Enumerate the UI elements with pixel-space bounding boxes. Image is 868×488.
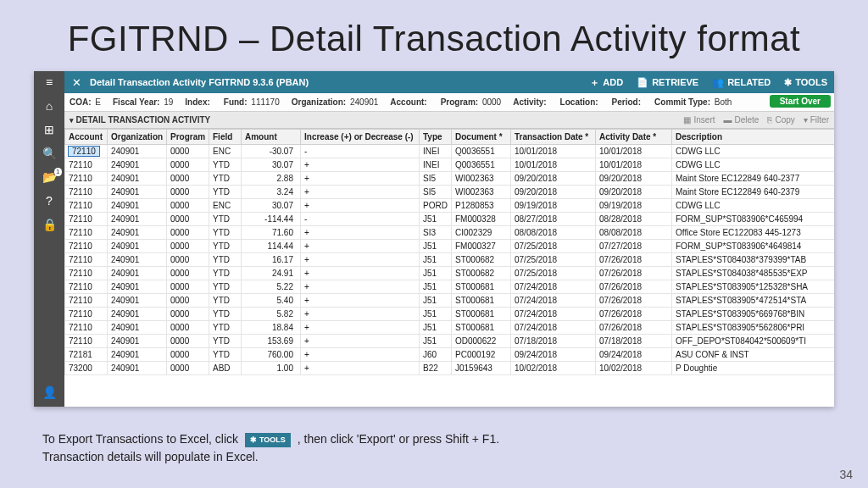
- cell: 3.24: [242, 186, 301, 199]
- cell: 72110: [65, 199, 108, 213]
- insert-button[interactable]: ▦ Insert: [683, 115, 715, 125]
- gear-icon: ✱: [250, 436, 257, 444]
- related-button[interactable]: 👥RELATED: [705, 71, 777, 93]
- table-row[interactable]: 721102409010000ENC-30.07-INEIQ003655110/…: [65, 145, 835, 158]
- delete-button[interactable]: ▬ Delete: [724, 115, 760, 125]
- cell: 5.22: [242, 280, 301, 294]
- table-row[interactable]: 721102409010000YTD24.91+J51ST00068207/25…: [65, 267, 835, 280]
- table-row[interactable]: 721102409010000YTD3.24+SI5WI00236309/20/…: [65, 186, 835, 199]
- cell: YTD: [209, 213, 242, 226]
- cell: 10/01/2018: [511, 145, 596, 158]
- cell: +: [301, 335, 420, 348]
- cell: J51: [420, 294, 452, 308]
- cell: ASU CONF & INST: [672, 348, 835, 362]
- lock-icon[interactable]: 🔒: [42, 219, 57, 230]
- cell: J51: [420, 253, 452, 267]
- cell: 0000: [167, 362, 209, 375]
- cell: 07/24/2018: [511, 308, 596, 321]
- cell: SI5: [420, 186, 452, 199]
- column-header[interactable]: Amount: [242, 130, 301, 145]
- close-icon[interactable]: ✕: [64, 76, 88, 89]
- copy-button[interactable]: ⎘ Copy: [767, 115, 794, 125]
- home-icon[interactable]: ⌂: [46, 100, 53, 112]
- table-row[interactable]: 721102409010000YTD16.17+J51ST00068207/25…: [65, 253, 835, 267]
- cell: 07/24/2018: [511, 321, 596, 335]
- cell: 09/24/2018: [511, 348, 596, 362]
- table-row[interactable]: 721102409010000YTD-114.44-J51FM00032808/…: [65, 213, 835, 226]
- cell: -: [301, 213, 420, 226]
- table-row[interactable]: 721102409010000ENC30.07+PORDP128085309/1…: [65, 199, 835, 213]
- add-button[interactable]: ＋ADD: [583, 71, 630, 93]
- cell: 0000: [167, 158, 209, 172]
- params-row: COA: E Fiscal Year: 19 Index: Fund: 1111…: [64, 93, 834, 112]
- table-row[interactable]: 721812409010000YTD760.00+J60PC00019209/2…: [65, 348, 835, 362]
- table-row[interactable]: 721102409010000YTD5.22+J51ST00068107/24/…: [65, 280, 835, 294]
- table-row[interactable]: 732002409010000ABD1.00+B22J015964310/02/…: [65, 362, 835, 375]
- cell: J51: [420, 308, 452, 321]
- cell: 24.91: [242, 267, 301, 280]
- cell: PC000192: [452, 348, 511, 362]
- cell: J60: [420, 348, 452, 362]
- help-icon[interactable]: ?: [46, 195, 53, 207]
- table-row[interactable]: 721102409010000YTD114.44+J51FM00032707/2…: [65, 240, 835, 253]
- cell: 0000: [167, 321, 209, 335]
- cell: 0000: [167, 240, 209, 253]
- user-icon[interactable]: 👤: [42, 386, 57, 398]
- column-header[interactable]: Organization: [108, 130, 167, 145]
- table-row[interactable]: 721102409010000YTD18.84+J51ST00068107/24…: [65, 321, 835, 335]
- cell: 73200: [65, 362, 108, 375]
- section-bar: DETAIL TRANSACTION ACTIVITY ▦ Insert ▬ D…: [64, 112, 834, 129]
- cell: 09/20/2018: [511, 186, 596, 199]
- cell: 10/01/2018: [596, 145, 672, 158]
- column-header[interactable]: Field: [209, 130, 242, 145]
- retrieve-button[interactable]: 📄RETRIEVE: [630, 71, 705, 93]
- cell: SI3: [420, 226, 452, 240]
- column-header[interactable]: Document *: [452, 130, 511, 145]
- cell: 10/01/2018: [596, 158, 672, 172]
- cell: 72110: [65, 321, 108, 335]
- search-icon[interactable]: 🔍: [42, 147, 57, 159]
- column-header[interactable]: Account: [65, 130, 108, 145]
- cell: 72181: [65, 348, 108, 362]
- cell: J51: [420, 213, 452, 226]
- table-row[interactable]: 721102409010000YTD71.60+SI3CI00232908/08…: [65, 226, 835, 240]
- cell: STAPLES*ST083905*472514*STA: [672, 294, 835, 308]
- hamburger-icon[interactable]: ≡: [46, 76, 53, 88]
- folder-icon[interactable]: 📂1: [42, 171, 57, 183]
- column-header[interactable]: Type: [420, 130, 452, 145]
- column-header[interactable]: Program: [167, 130, 209, 145]
- grid-icon[interactable]: ⊞: [44, 124, 54, 136]
- cell: +: [301, 226, 420, 240]
- column-header[interactable]: Description: [672, 130, 835, 145]
- cell: 07/25/2018: [511, 253, 596, 267]
- table-row[interactable]: 721102409010000YTD5.40+J51ST00068107/24/…: [65, 294, 835, 308]
- cell: 72110: [65, 308, 108, 321]
- filter-button[interactable]: ▾ Filter: [804, 115, 829, 125]
- column-header[interactable]: Transaction Date *: [511, 130, 596, 145]
- column-header[interactable]: Increase (+) or Decrease (-): [301, 130, 420, 145]
- column-header[interactable]: Activity Date *: [596, 130, 672, 145]
- cell: YTD: [209, 267, 242, 280]
- table-row[interactable]: 721102409010000YTD2.88+SI5WI00236309/20/…: [65, 172, 835, 186]
- cell: ST000682: [452, 253, 511, 267]
- cell: Q0036551: [452, 158, 511, 172]
- cell: YTD: [209, 240, 242, 253]
- table-row[interactable]: 721102409010000YTD30.07+INEIQ003655110/0…: [65, 158, 835, 172]
- cell: +: [301, 321, 420, 335]
- cell: 09/19/2018: [596, 199, 672, 213]
- start-over-button[interactable]: Start Over: [770, 95, 831, 108]
- cell: 08/27/2018: [511, 213, 596, 226]
- transactions-table: AccountOrganizationProgramFieldAmountInc…: [64, 129, 834, 375]
- cell: 0000: [167, 213, 209, 226]
- cell: 240901: [108, 199, 167, 213]
- cell: P Doughtie: [672, 362, 835, 375]
- cell: 72110: [65, 267, 108, 280]
- table-row[interactable]: 721102409010000YTD153.69+J51OD00062207/1…: [65, 335, 835, 348]
- cell: 72110: [65, 240, 108, 253]
- table-row[interactable]: 721102409010000YTD5.82+J51ST00068107/24/…: [65, 308, 835, 321]
- cell: 0000: [167, 199, 209, 213]
- tools-button[interactable]: ✱TOOLS: [777, 71, 834, 93]
- cell: STAPLES*ST084038*379399*TAB: [672, 253, 835, 267]
- cell: 240901: [108, 253, 167, 267]
- cell: YTD: [209, 321, 242, 335]
